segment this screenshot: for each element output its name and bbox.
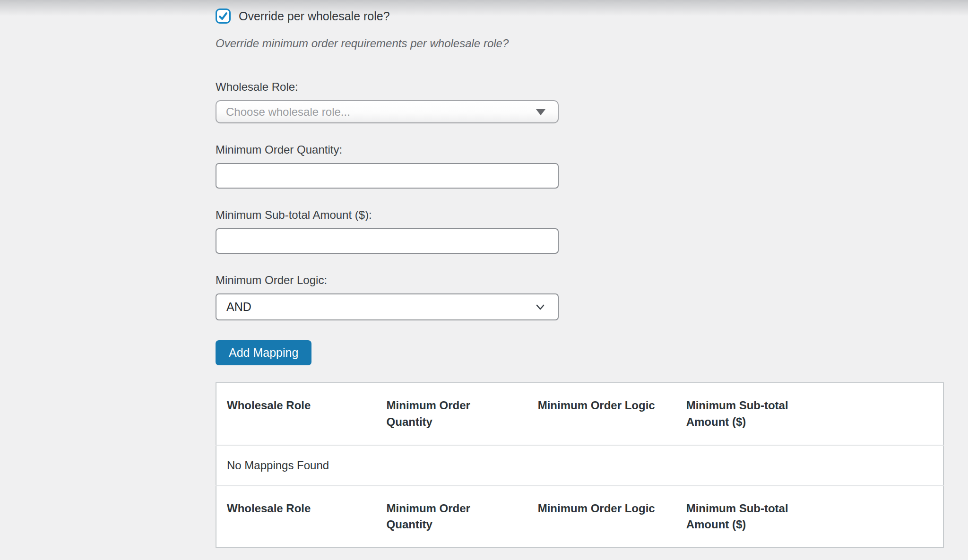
min-subtotal-input[interactable] xyxy=(216,228,559,254)
override-checkbox-row: Override per wholesale role? xyxy=(216,9,944,24)
empty-mappings-row: No Mappings Found xyxy=(216,445,943,486)
override-checkbox[interactable] xyxy=(216,9,231,24)
min-order-logic-select[interactable]: AND xyxy=(216,293,559,320)
footer-min-order-logic: Minimum Order Logic xyxy=(527,486,676,548)
mappings-table-footer-row: Wholesale Role Minimum Order Quantity Mi… xyxy=(216,486,943,548)
settings-page: Override per wholesale role? Override mi… xyxy=(0,0,968,560)
override-checkbox-label: Override per wholesale role? xyxy=(239,9,390,23)
wholesale-role-placeholder: Choose wholesale role... xyxy=(226,105,350,119)
min-order-quantity-label: Minimum Order Quantity: xyxy=(216,143,944,156)
header-wholesale-role: Wholesale Role xyxy=(216,383,376,445)
chevron-down-icon xyxy=(534,301,546,315)
check-icon xyxy=(218,11,228,21)
mappings-table: Wholesale Role Minimum Order Quantity Mi… xyxy=(216,382,944,548)
wholesale-role-label: Wholesale Role: xyxy=(216,80,944,94)
min-subtotal-label: Minimum Sub-total Amount ($): xyxy=(216,208,944,222)
empty-mappings-message: No Mappings Found xyxy=(216,445,943,486)
header-min-order-logic: Minimum Order Logic xyxy=(527,383,676,445)
min-order-quantity-input[interactable] xyxy=(216,163,559,189)
add-mapping-button[interactable]: Add Mapping xyxy=(216,340,311,365)
dropdown-arrow-icon xyxy=(536,109,545,115)
footer-min-subtotal: Minimum Sub-total Amount ($) xyxy=(676,486,943,548)
header-min-order-quantity: Minimum Order Quantity xyxy=(376,383,527,445)
footer-wholesale-role: Wholesale Role xyxy=(216,486,376,548)
min-order-logic-label: Minimum Order Logic: xyxy=(216,274,944,287)
min-order-logic-value: AND xyxy=(226,300,251,314)
mappings-table-header-row: Wholesale Role Minimum Order Quantity Mi… xyxy=(216,383,943,445)
header-min-subtotal: Minimum Sub-total Amount ($) xyxy=(676,383,943,445)
override-description: Override minimum order requirements per … xyxy=(216,37,944,50)
override-settings-section: Override per wholesale role? Override mi… xyxy=(216,9,944,548)
footer-min-order-quantity: Minimum Order Quantity xyxy=(376,486,527,548)
wholesale-role-select[interactable]: Choose wholesale role... xyxy=(216,100,559,123)
